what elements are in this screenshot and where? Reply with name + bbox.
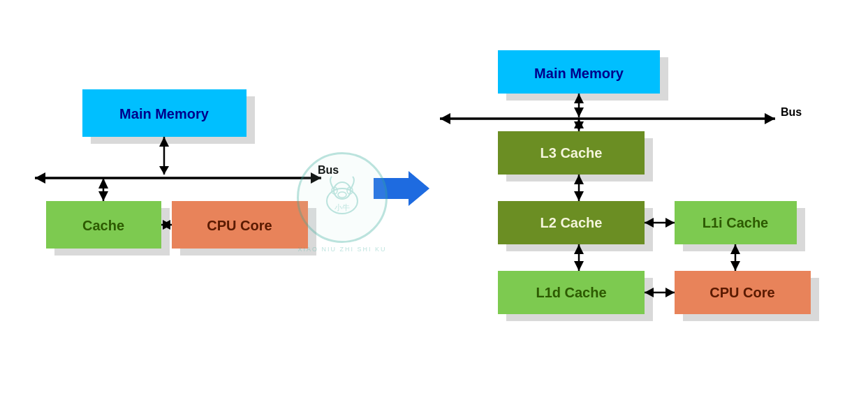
svg-marker-32	[574, 108, 584, 117]
svg-marker-4	[35, 172, 45, 184]
svg-text:L1d Cache: L1d Cache	[536, 285, 606, 300]
svg-marker-65	[665, 288, 675, 297]
svg-text:Cache: Cache	[82, 218, 124, 233]
svg-marker-44	[574, 191, 584, 201]
svg-marker-50	[665, 218, 675, 228]
left-diagram-svg: Main Memory Bus Cache CPU Core	[21, 56, 377, 321]
svg-text:Bus: Bus	[318, 164, 339, 176]
svg-marker-9	[159, 166, 169, 175]
svg-text:CPU Core: CPU Core	[207, 218, 272, 233]
svg-marker-56	[574, 261, 584, 271]
svg-text:CPU Core: CPU Core	[709, 285, 774, 300]
svg-marker-18	[98, 191, 108, 201]
transition-arrow	[374, 171, 429, 209]
svg-marker-62	[730, 261, 740, 271]
main-container: Main Memory Bus Cache CPU Core	[0, 0, 868, 400]
svg-text:Bus: Bus	[781, 106, 802, 118]
svg-text:Main Memory: Main Memory	[534, 66, 624, 81]
svg-marker-27	[440, 113, 450, 124]
svg-text:L2 Cache: L2 Cache	[540, 215, 603, 230]
svg-text:L1i Cache: L1i Cache	[703, 215, 768, 230]
svg-marker-22	[374, 171, 429, 206]
svg-marker-17	[98, 178, 108, 188]
svg-text:Main Memory: Main Memory	[119, 106, 209, 121]
svg-text:L3 Cache: L3 Cache	[540, 145, 603, 161]
right-diagram-svg: Main Memory Bus L3 Cache L2 Cache	[426, 28, 845, 384]
svg-marker-28	[765, 113, 775, 124]
